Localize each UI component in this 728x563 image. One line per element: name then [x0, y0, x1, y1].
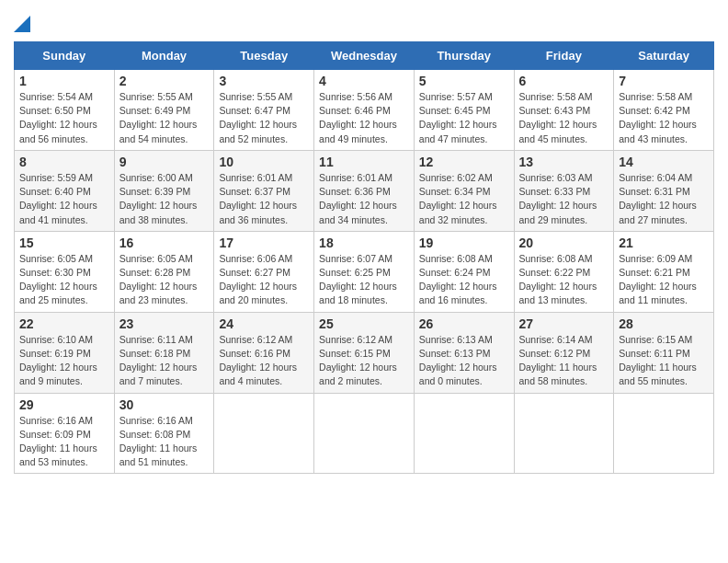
- calendar-week-2: 8 Sunrise: 5:59 AMSunset: 6:40 PMDayligh…: [15, 150, 714, 231]
- calendar-week-3: 15 Sunrise: 6:05 AMSunset: 6:30 PMDaylig…: [15, 231, 714, 312]
- day-info: Sunrise: 5:56 AMSunset: 6:46 PMDaylight:…: [319, 91, 397, 144]
- calendar-cell: 15 Sunrise: 6:05 AMSunset: 6:30 PMDaylig…: [15, 231, 115, 312]
- day-info: Sunrise: 5:55 AMSunset: 6:47 PMDaylight:…: [219, 91, 297, 144]
- day-header-monday: Monday: [114, 42, 214, 70]
- day-number: 14: [619, 155, 709, 169]
- day-info: Sunrise: 5:54 AMSunset: 6:50 PMDaylight:…: [19, 91, 97, 144]
- day-number: 24: [219, 316, 309, 331]
- day-number: 2: [119, 74, 210, 88]
- day-number: 17: [219, 236, 309, 250]
- day-header-friday: Friday: [514, 42, 614, 70]
- day-info: Sunrise: 5:58 AMSunset: 6:42 PMDaylight:…: [619, 91, 697, 144]
- day-number: 5: [419, 74, 509, 88]
- calendar-week-5: 29 Sunrise: 6:16 AMSunset: 6:09 PMDaylig…: [15, 393, 714, 474]
- calendar-week-1: 1 Sunrise: 5:54 AMSunset: 6:50 PMDayligh…: [15, 70, 714, 151]
- day-info: Sunrise: 5:59 AMSunset: 6:40 PMDaylight:…: [19, 172, 97, 225]
- calendar-cell: 25 Sunrise: 6:12 AMSunset: 6:15 PMDaylig…: [314, 312, 415, 393]
- day-number: 25: [319, 316, 409, 331]
- day-header-tuesday: Tuesday: [214, 42, 314, 70]
- calendar-cell: 22 Sunrise: 6:10 AMSunset: 6:19 PMDaylig…: [15, 312, 115, 393]
- calendar-header: SundayMondayTuesdayWednesdayThursdayFrid…: [15, 42, 714, 70]
- calendar-cell: 2 Sunrise: 5:55 AMSunset: 6:49 PMDayligh…: [114, 70, 214, 151]
- day-info: Sunrise: 6:09 AMSunset: 6:21 PMDaylight:…: [619, 253, 697, 306]
- day-number: 22: [19, 316, 109, 331]
- calendar-cell: 17 Sunrise: 6:06 AMSunset: 6:27 PMDaylig…: [214, 231, 314, 312]
- day-info: Sunrise: 6:10 AMSunset: 6:19 PMDaylight:…: [19, 334, 97, 387]
- day-header-thursday: Thursday: [414, 42, 514, 70]
- day-info: Sunrise: 6:12 AMSunset: 6:15 PMDaylight:…: [319, 334, 397, 387]
- day-info: Sunrise: 5:58 AMSunset: 6:43 PMDaylight:…: [519, 91, 597, 144]
- calendar-table: SundayMondayTuesdayWednesdayThursdayFrid…: [14, 41, 714, 474]
- calendar-cell: 8 Sunrise: 5:59 AMSunset: 6:40 PMDayligh…: [15, 150, 115, 231]
- day-number: 13: [519, 155, 609, 169]
- calendar-cell: 16 Sunrise: 6:05 AMSunset: 6:28 PMDaylig…: [114, 231, 214, 312]
- calendar-cell: 23 Sunrise: 6:11 AMSunset: 6:18 PMDaylig…: [114, 312, 214, 393]
- day-number: 21: [619, 236, 709, 250]
- page-header: [14, 14, 714, 32]
- day-number: 6: [519, 74, 609, 88]
- day-header-saturday: Saturday: [614, 42, 714, 70]
- day-info: Sunrise: 6:11 AMSunset: 6:18 PMDaylight:…: [119, 334, 198, 387]
- calendar-body: 1 Sunrise: 5:54 AMSunset: 6:50 PMDayligh…: [15, 70, 714, 474]
- day-number: 4: [319, 74, 409, 88]
- day-number: 10: [219, 155, 309, 169]
- day-info: Sunrise: 5:57 AMSunset: 6:45 PMDaylight:…: [419, 91, 497, 144]
- day-number: 23: [119, 316, 210, 331]
- day-info: Sunrise: 6:04 AMSunset: 6:31 PMDaylight:…: [619, 172, 697, 225]
- day-number: 15: [19, 236, 109, 250]
- day-number: 12: [419, 155, 509, 169]
- day-info: Sunrise: 6:13 AMSunset: 6:13 PMDaylight:…: [419, 334, 497, 387]
- day-number: 8: [19, 155, 109, 169]
- calendar-cell: 21 Sunrise: 6:09 AMSunset: 6:21 PMDaylig…: [614, 231, 714, 312]
- logo: [14, 14, 30, 32]
- calendar-cell: 20 Sunrise: 6:08 AMSunset: 6:22 PMDaylig…: [514, 231, 614, 312]
- day-number: 27: [519, 316, 609, 331]
- svg-marker-0: [14, 16, 30, 32]
- day-info: Sunrise: 6:01 AMSunset: 6:36 PMDaylight:…: [319, 172, 397, 225]
- day-info: Sunrise: 6:00 AMSunset: 6:39 PMDaylight:…: [119, 172, 198, 225]
- calendar-cell: 6 Sunrise: 5:58 AMSunset: 6:43 PMDayligh…: [514, 70, 614, 151]
- calendar-cell: 26 Sunrise: 6:13 AMSunset: 6:13 PMDaylig…: [414, 312, 514, 393]
- calendar-cell: 12 Sunrise: 6:02 AMSunset: 6:34 PMDaylig…: [414, 150, 514, 231]
- calendar-cell: 10 Sunrise: 6:01 AMSunset: 6:37 PMDaylig…: [214, 150, 314, 231]
- calendar-cell: 13 Sunrise: 6:03 AMSunset: 6:33 PMDaylig…: [514, 150, 614, 231]
- calendar-cell: 29 Sunrise: 6:16 AMSunset: 6:09 PMDaylig…: [15, 393, 115, 474]
- day-info: Sunrise: 6:05 AMSunset: 6:28 PMDaylight:…: [119, 253, 198, 306]
- calendar-cell: 27 Sunrise: 6:14 AMSunset: 6:12 PMDaylig…: [514, 312, 614, 393]
- calendar-cell: 30 Sunrise: 6:16 AMSunset: 6:08 PMDaylig…: [114, 393, 214, 474]
- day-info: Sunrise: 6:16 AMSunset: 6:08 PMDaylight:…: [119, 415, 198, 468]
- day-number: 30: [119, 397, 210, 412]
- calendar-cell: [214, 393, 314, 474]
- calendar-cell: 28 Sunrise: 6:15 AMSunset: 6:11 PMDaylig…: [614, 312, 714, 393]
- day-number: 28: [619, 316, 709, 331]
- day-info: Sunrise: 6:12 AMSunset: 6:16 PMDaylight:…: [219, 334, 297, 387]
- calendar-cell: [314, 393, 415, 474]
- calendar-cell: 5 Sunrise: 5:57 AMSunset: 6:45 PMDayligh…: [414, 70, 514, 151]
- day-info: Sunrise: 6:01 AMSunset: 6:37 PMDaylight:…: [219, 172, 297, 225]
- day-number: 11: [319, 155, 409, 169]
- day-number: 29: [19, 397, 109, 412]
- day-header-sunday: Sunday: [15, 42, 115, 70]
- calendar-cell: [614, 393, 714, 474]
- calendar-cell: 3 Sunrise: 5:55 AMSunset: 6:47 PMDayligh…: [214, 70, 314, 151]
- day-number: 3: [219, 74, 309, 88]
- day-header-wednesday: Wednesday: [314, 42, 415, 70]
- day-info: Sunrise: 6:08 AMSunset: 6:24 PMDaylight:…: [419, 253, 497, 306]
- day-number: 7: [619, 74, 709, 88]
- day-number: 16: [119, 236, 210, 250]
- day-info: Sunrise: 6:06 AMSunset: 6:27 PMDaylight:…: [219, 253, 297, 306]
- day-number: 18: [319, 236, 409, 250]
- day-info: Sunrise: 5:55 AMSunset: 6:49 PMDaylight:…: [119, 91, 198, 144]
- day-number: 20: [519, 236, 609, 250]
- calendar-cell: 14 Sunrise: 6:04 AMSunset: 6:31 PMDaylig…: [614, 150, 714, 231]
- calendar-cell: 9 Sunrise: 6:00 AMSunset: 6:39 PMDayligh…: [114, 150, 214, 231]
- day-info: Sunrise: 6:03 AMSunset: 6:33 PMDaylight:…: [519, 172, 597, 225]
- day-info: Sunrise: 6:15 AMSunset: 6:11 PMDaylight:…: [619, 334, 697, 387]
- calendar-cell: 18 Sunrise: 6:07 AMSunset: 6:25 PMDaylig…: [314, 231, 415, 312]
- calendar-cell: [514, 393, 614, 474]
- logo-icon: [14, 16, 30, 32]
- day-number: 1: [19, 74, 109, 88]
- calendar-cell: 24 Sunrise: 6:12 AMSunset: 6:16 PMDaylig…: [214, 312, 314, 393]
- calendar-cell: 1 Sunrise: 5:54 AMSunset: 6:50 PMDayligh…: [15, 70, 115, 151]
- day-info: Sunrise: 6:14 AMSunset: 6:12 PMDaylight:…: [519, 334, 597, 387]
